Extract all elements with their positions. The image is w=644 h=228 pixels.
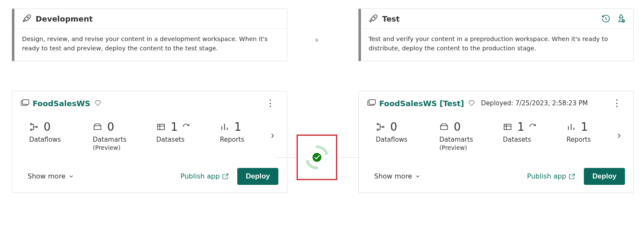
svg-point-5 — [36, 126, 38, 128]
deployment-settings-icon[interactable] — [616, 14, 626, 23]
metric-label: Dataflows — [29, 136, 93, 143]
refresh-icon[interactable] — [182, 123, 190, 131]
metric-reports: 1 Reports — [566, 121, 613, 143]
stage-title: Test — [382, 14, 601, 23]
metric-label: Datasets — [503, 136, 566, 143]
rocket-icon — [369, 14, 378, 23]
svg-point-14 — [383, 126, 384, 128]
show-more-label: Show more — [28, 172, 66, 180]
stage-header-test: Test Test and verify your co — [358, 8, 634, 61]
datasets-icon — [503, 122, 512, 132]
metric-value: 0 — [390, 121, 397, 133]
reports-icon — [220, 122, 229, 132]
premium-diamond-icon — [94, 100, 101, 107]
sync-success-icon — [302, 143, 332, 172]
metric-value: 0 — [454, 121, 461, 133]
metric-value: 0 — [107, 121, 114, 133]
sync-status-highlight — [297, 135, 337, 180]
svg-point-0 — [27, 17, 28, 18]
dataflows-icon — [29, 122, 39, 132]
workspace-name[interactable]: FoodSalesWS — [33, 99, 90, 108]
workspace-name[interactable]: FoodSalesWS [Test] — [379, 99, 464, 108]
metric-value: 1 — [171, 121, 178, 133]
datamarts-icon — [439, 122, 449, 132]
metric-datasets: 1 Datasets — [156, 121, 220, 143]
workspace-icon — [367, 99, 376, 107]
svg-point-13 — [377, 129, 379, 130]
metric-datamarts: 0 Datamarts (Preview) — [93, 121, 156, 151]
workspace-card-test: FoodSalesWS [Test] Deployed: 7/25/2023, … — [358, 91, 634, 193]
datamarts-icon — [93, 122, 102, 132]
publish-app-label: Publish app — [527, 172, 566, 180]
svg-point-3 — [31, 123, 32, 125]
dataflows-icon — [376, 122, 385, 132]
svg-rect-2 — [22, 100, 29, 104]
metric-datasets: 1 Datasets — [503, 121, 566, 143]
metric-dataflows: 0 Dataflows — [376, 121, 439, 143]
show-more-button[interactable]: Show more — [21, 172, 74, 180]
stage-connector — [287, 8, 347, 193]
workspace-icon — [21, 99, 29, 107]
more-options-button[interactable]: ⋮ — [609, 99, 625, 107]
stage-description: Design, review, and revise your content … — [14, 29, 287, 61]
deployed-timestamp: Deployed: 7/25/2023, 2:58:23 PM — [481, 99, 588, 107]
publish-app-button[interactable]: Publish app — [180, 172, 229, 180]
chevron-down-icon — [415, 173, 421, 179]
stage-title: Development — [36, 14, 279, 23]
expand-metrics-button[interactable] — [266, 130, 278, 142]
metric-label: Reports — [220, 136, 266, 143]
stage-test: Test Test and verify your co — [347, 8, 634, 193]
chevron-down-icon — [68, 173, 74, 179]
metric-value: 1 — [234, 121, 242, 133]
metric-label: Dataflows — [376, 136, 439, 143]
deploy-button[interactable]: Deploy — [237, 168, 278, 185]
deploy-button[interactable]: Deploy — [584, 168, 625, 185]
svg-rect-11 — [369, 100, 375, 104]
external-link-icon — [222, 173, 229, 180]
external-link-icon — [569, 173, 575, 180]
metric-datamarts: 0 Datamarts (Preview) — [439, 121, 503, 151]
workspace-card-development: FoodSalesWS ⋮ — [12, 91, 287, 193]
svg-point-12 — [377, 123, 379, 125]
metric-label: Datamarts — [439, 136, 503, 143]
metric-reports: 1 Reports — [220, 121, 266, 143]
rocket-icon — [22, 14, 31, 23]
refresh-icon[interactable] — [529, 123, 536, 131]
publish-app-button[interactable]: Publish app — [527, 172, 575, 180]
metric-label: Reports — [566, 136, 613, 143]
metrics-row: 0 Dataflows 0 Datamarts (Preview) — [21, 121, 278, 151]
deployment-history-icon[interactable] — [601, 14, 611, 23]
more-options-button[interactable]: ⋮ — [262, 99, 278, 107]
svg-point-4 — [31, 129, 32, 130]
stage-header-development: Development Design, review, and revise y… — [12, 8, 287, 61]
metric-dataflows: 0 Dataflows — [29, 121, 93, 143]
expand-metrics-button[interactable] — [613, 130, 625, 142]
premium-diamond-icon — [468, 100, 475, 107]
metric-value: 1 — [581, 121, 588, 133]
stage-advance-arrow[interactable] — [313, 36, 321, 44]
show-more-label: Show more — [374, 172, 412, 180]
svg-rect-6 — [158, 124, 165, 129]
metric-sublabel: (Preview) — [93, 144, 156, 151]
publish-app-label: Publish app — [180, 172, 219, 180]
metrics-row: 0 Dataflows 0 Datamarts (Preview) — [367, 121, 625, 151]
show-more-button[interactable]: Show more — [367, 172, 421, 180]
reports-icon — [566, 122, 576, 132]
datasets-icon — [156, 122, 166, 132]
metric-sublabel: (Preview) — [439, 144, 503, 151]
stage-description: Test and verify your content in a prepro… — [361, 29, 633, 61]
metric-value: 1 — [517, 121, 525, 133]
svg-point-7 — [313, 153, 322, 162]
metric-label: Datamarts — [93, 136, 156, 143]
metric-label: Datasets — [156, 136, 220, 143]
metric-value: 0 — [44, 121, 51, 133]
svg-rect-15 — [504, 124, 511, 129]
svg-point-8 — [374, 17, 375, 18]
stage-development: Development Design, review, and revise y… — [0, 8, 287, 193]
